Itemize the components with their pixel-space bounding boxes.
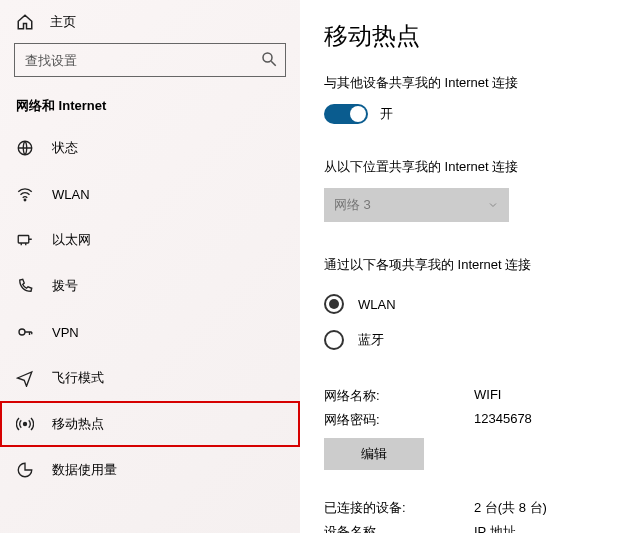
content: 移动热点 与其他设备共享我的 Internet 连接 开 从以下位置共享我的 I… [300, 0, 630, 533]
radio-label: 蓝牙 [358, 331, 384, 349]
sharewith-label: 通过以下各项共享我的 Internet 连接 [324, 256, 606, 274]
share-label: 与其他设备共享我的 Internet 连接 [324, 74, 606, 92]
connected-value: 2 台(共 8 台) [474, 499, 547, 517]
ip-header: IP 地址 [474, 523, 516, 533]
device-name-header: 设备名称 [324, 523, 474, 533]
radio-label: WLAN [358, 297, 396, 312]
globe-icon [16, 139, 34, 157]
nav-ethernet[interactable]: 以太网 [0, 217, 300, 263]
network-name-label: 网络名称: [324, 387, 474, 405]
hotspot-icon [16, 415, 34, 433]
nav-label: 状态 [52, 139, 78, 157]
nav-wlan[interactable]: WLAN [0, 171, 300, 217]
nav-vpn[interactable]: VPN [0, 309, 300, 355]
radio-circle [324, 294, 344, 314]
home-label: 主页 [50, 13, 76, 31]
svg-rect-4 [18, 236, 29, 244]
wifi-icon [16, 185, 34, 203]
nav-status[interactable]: 状态 [0, 125, 300, 171]
svg-point-3 [24, 199, 26, 201]
share-toggle-row: 开 [324, 104, 606, 124]
sidebar: 主页 网络和 Internet 状态 WLAN 以太网 拨号 VPN [0, 0, 300, 533]
sharefrom-label: 从以下位置共享我的 Internet 连接 [324, 158, 606, 176]
datausage-icon [16, 461, 34, 479]
nav-label: 数据使用量 [52, 461, 117, 479]
radio-wlan[interactable]: WLAN [324, 286, 606, 322]
vpn-icon [16, 323, 34, 341]
toggle-state: 开 [380, 105, 393, 123]
device-table-header: 设备名称 IP 地址 [324, 520, 606, 533]
ethernet-icon [16, 231, 34, 249]
radio-bluetooth[interactable]: 蓝牙 [324, 322, 606, 358]
connected-label: 已连接的设备: [324, 499, 474, 517]
share-toggle[interactable] [324, 104, 368, 124]
nav-label: 飞行模式 [52, 369, 104, 387]
network-password-label: 网络密码: [324, 411, 474, 429]
nav-label: WLAN [52, 187, 90, 202]
svg-point-5 [19, 329, 25, 335]
nav-datausage[interactable]: 数据使用量 [0, 447, 300, 493]
nav-dialup[interactable]: 拨号 [0, 263, 300, 309]
nav-label: 拨号 [52, 277, 78, 295]
nav-hotspot[interactable]: 移动热点 [0, 401, 300, 447]
phone-icon [16, 277, 34, 295]
edit-button[interactable]: 编辑 [324, 438, 424, 470]
radio-circle [324, 330, 344, 350]
home-icon [16, 13, 34, 31]
nav-label: VPN [52, 325, 79, 340]
page-title: 移动热点 [324, 20, 606, 52]
radio-group: WLAN 蓝牙 [324, 286, 606, 358]
home-link[interactable]: 主页 [0, 5, 300, 43]
chevron-down-icon [487, 199, 499, 211]
network-name-row: 网络名称: WIFI [324, 384, 606, 408]
search-icon [260, 50, 278, 68]
airplane-icon [16, 369, 34, 387]
network-password-row: 网络密码: 12345678 [324, 408, 606, 432]
dropdown-value: 网络 3 [334, 196, 371, 214]
nav-label: 以太网 [52, 231, 91, 249]
network-password-value: 12345678 [474, 411, 532, 429]
search-wrap [14, 43, 286, 77]
svg-point-0 [263, 53, 272, 62]
nav-label: 移动热点 [52, 415, 104, 433]
sharefrom-dropdown[interactable]: 网络 3 [324, 188, 509, 222]
nav-airplane[interactable]: 飞行模式 [0, 355, 300, 401]
search-input[interactable] [14, 43, 286, 77]
connected-row: 已连接的设备: 2 台(共 8 台) [324, 496, 606, 520]
category-title: 网络和 Internet [0, 97, 300, 125]
nav-list: 状态 WLAN 以太网 拨号 VPN 飞行模式 移动热点 数据使用量 [0, 125, 300, 493]
svg-line-1 [271, 61, 276, 66]
network-name-value: WIFI [474, 387, 501, 405]
svg-point-6 [24, 423, 27, 426]
